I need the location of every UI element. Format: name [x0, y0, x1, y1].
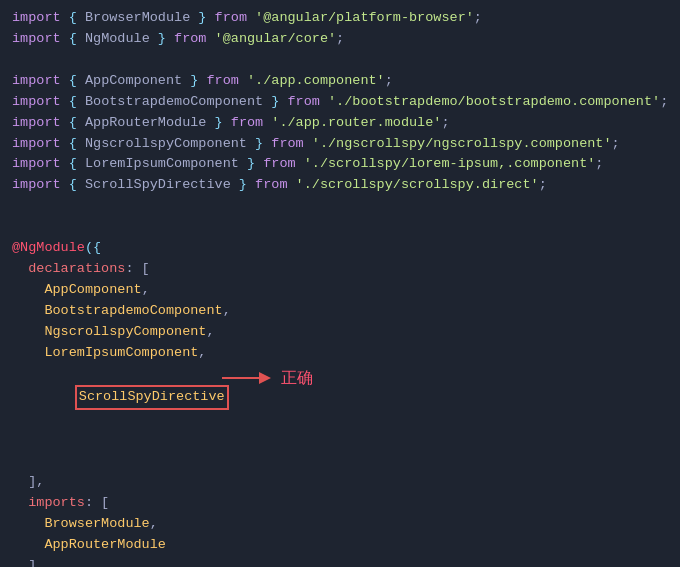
code-container: import { BrowserModule } from '@angular/…: [0, 0, 680, 567]
code-line-22: AppRouterModule: [0, 535, 680, 556]
code-line-14: AppComponent,: [0, 280, 680, 301]
code-line-empty-1: [0, 50, 680, 71]
code-line-17: LoremIpsumComponent,: [0, 343, 680, 364]
code-line-1: import { BrowserModule } from '@angular/…: [0, 8, 680, 29]
code-line-4: import { AppComponent } from './app.comp…: [0, 71, 680, 92]
code-line-21: BrowserModule,: [0, 514, 680, 535]
code-line-15: BootstrapdemoComponent,: [0, 301, 680, 322]
code-line-empty-2: [0, 196, 680, 217]
code-line-empty-3: [0, 217, 680, 238]
highlight-scrollspydirective: ScrollSpyDirective: [75, 385, 229, 410]
code-line-5: import { BootstrapdemoComponent } from '…: [0, 92, 680, 113]
code-line-9: import { ScrollSpyDirective } from './sc…: [0, 175, 680, 196]
code-line-16: NgscrollspyComponent,: [0, 322, 680, 343]
code-line-8: import { LoremIpsumComponent } from './s…: [0, 154, 680, 175]
annotation-text: 正确: [281, 366, 313, 391]
code-line-2: import { NgModule } from '@angular/core'…: [0, 29, 680, 50]
arrow-icon: [220, 367, 275, 389]
code-line-18-highlight: ScrollSpyDirective 正确: [0, 364, 680, 473]
code-line-12: @NgModule({: [0, 238, 680, 259]
code-line-19: ],: [0, 472, 680, 493]
code-line-20: imports: [: [0, 493, 680, 514]
code-line-7: import { NgscrollspyComponent } from './…: [0, 134, 680, 155]
code-line-23: ],: [0, 556, 680, 567]
code-line-6: import { AppRouterModule } from './app.r…: [0, 113, 680, 134]
code-line-13: declarations: [: [0, 259, 680, 280]
